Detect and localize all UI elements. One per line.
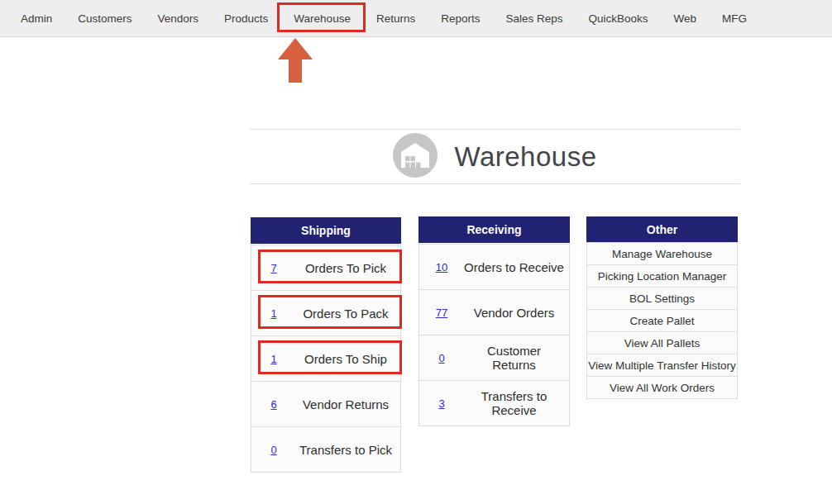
shipping-row-orders-to-ship: 1Orders To Ship <box>251 335 401 382</box>
other-link-picking-location-manager[interactable]: Picking Location Manager <box>586 264 738 288</box>
receiving-row-vendor-orders: 77Vendor Orders <box>418 289 570 335</box>
other-column: Other Manage WarehousePicking Location M… <box>586 216 738 399</box>
row-label: Orders to Receive <box>464 260 569 274</box>
nav-item-returns[interactable]: Returns <box>376 12 415 25</box>
receiving-column: Receiving 10Orders to Receive77Vendor Or… <box>418 216 570 426</box>
row-label: Customer Returns <box>464 344 569 372</box>
nav-item-quickbooks[interactable]: QuickBooks <box>589 12 648 25</box>
receiving-row-transfers-to-receive: 3Transfers to Receive <box>418 380 570 426</box>
other-link-view-all-pallets[interactable]: View All Pallets <box>586 331 738 354</box>
other-link-view-multiple-transfer-history[interactable]: View Multiple Transfer History <box>586 354 738 377</box>
shipping-row-vendor-returns: 6Vendor Returns <box>251 381 401 427</box>
other-link-bol-settings[interactable]: BOL Settings <box>586 287 738 310</box>
count-link-vendor-returns[interactable]: 6 <box>251 398 296 411</box>
receiving-row-orders-to-receive: 10Orders to Receive <box>418 244 570 290</box>
warehouse-dashboard: AdminCustomersVendorsProductsWarehouseRe… <box>0 0 832 504</box>
row-label: Transfers to Pick <box>296 443 400 457</box>
count-link-orders-to-pack[interactable]: 1 <box>251 307 296 320</box>
shipping-row-transfers-to-pick: 0Transfers to Pick <box>251 426 401 473</box>
nav-item-reports[interactable]: Reports <box>441 12 480 25</box>
nav-item-products[interactable]: Products <box>224 12 268 25</box>
receiving-rows: 10Orders to Receive77Vendor Orders0Custo… <box>418 244 570 426</box>
row-label: Orders To Pick <box>296 261 400 275</box>
shipping-row-orders-to-pick: 7Orders To Pick <box>251 245 401 291</box>
top-nav: AdminCustomersVendorsProductsWarehouseRe… <box>0 0 832 37</box>
other-link-create-pallet[interactable]: Create Pallet <box>586 309 738 332</box>
page-title-band: Warehouse <box>250 129 740 184</box>
nav-item-sales-reps[interactable]: Sales Reps <box>505 12 562 25</box>
count-link-orders-to-pick[interactable]: 7 <box>251 262 296 274</box>
count-link-transfers-to-receive[interactable]: 3 <box>419 397 464 410</box>
count-link-transfers-to-pick[interactable]: 0 <box>251 444 296 456</box>
row-label: Vendor Returns <box>296 397 400 411</box>
warehouse-icon <box>393 133 438 181</box>
other-link-view-all-work-orders[interactable]: View All Work Orders <box>586 376 738 399</box>
nav-item-mfg[interactable]: MFG <box>722 12 747 25</box>
count-link-orders-to-receive[interactable]: 10 <box>419 261 464 273</box>
row-label: Transfers to Receive <box>464 389 569 417</box>
receiving-row-customer-returns: 0Customer Returns <box>418 335 570 381</box>
count-link-vendor-orders[interactable]: 77 <box>419 307 464 319</box>
other-header: Other <box>586 216 738 243</box>
row-label: Orders To Pack <box>296 307 400 321</box>
nav-item-admin[interactable]: Admin <box>21 12 52 25</box>
nav-item-vendors[interactable]: Vendors <box>158 12 199 25</box>
other-rows: Manage WarehousePicking Location Manager… <box>586 242 738 399</box>
count-link-orders-to-ship[interactable]: 1 <box>251 353 296 365</box>
count-link-customer-returns[interactable]: 0 <box>419 352 464 364</box>
row-label: Orders To Ship <box>296 352 400 366</box>
receiving-header: Receiving <box>418 216 570 243</box>
row-label: Vendor Orders <box>464 306 569 320</box>
shipping-row-orders-to-pack: 1Orders To Pack <box>251 290 401 336</box>
nav-item-web[interactable]: Web <box>674 12 697 25</box>
page-title: Warehouse <box>454 141 596 173</box>
shipping-header: Shipping <box>251 217 401 244</box>
shipping-rows: 7Orders To Pick1Orders To Pack1Orders To… <box>251 245 401 473</box>
other-link-manage-warehouse[interactable]: Manage Warehouse <box>586 242 738 265</box>
nav-item-customers[interactable]: Customers <box>78 12 131 25</box>
callout-arrow-up-icon <box>278 38 313 83</box>
shipping-column: Shipping 7Orders To Pick1Orders To Pack1… <box>251 217 401 473</box>
nav-item-warehouse[interactable]: Warehouse <box>294 12 351 25</box>
